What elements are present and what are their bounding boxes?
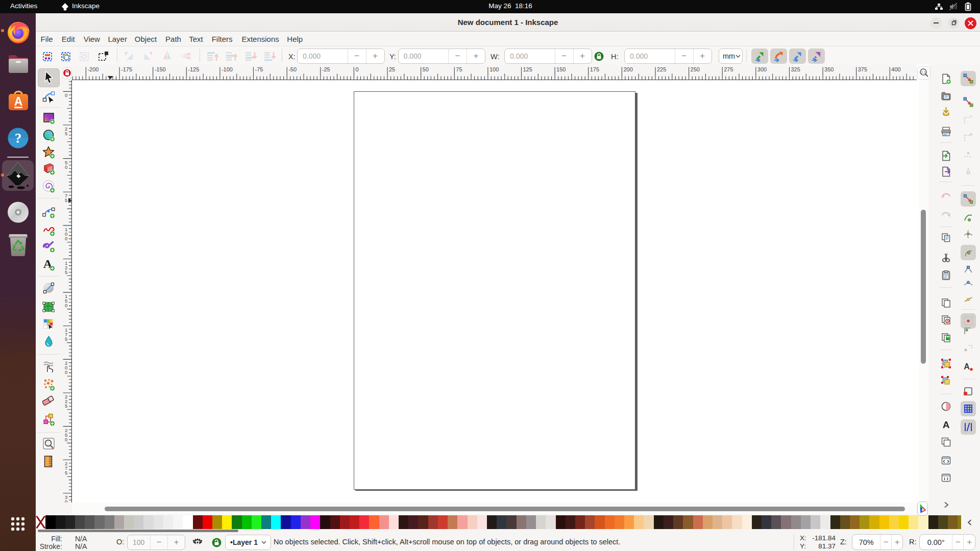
svg-text:0: 0 — [65, 499, 67, 503]
svg-text:0: 0 — [65, 369, 67, 375]
svg-text:?: ? — [15, 131, 22, 146]
svg-text:A: A — [14, 95, 23, 108]
svg-text:A: A — [942, 419, 949, 430]
svg-text:-175: -175 — [121, 66, 132, 72]
svg-text:250: 250 — [691, 66, 700, 72]
svg-text:100: 100 — [489, 66, 499, 72]
svg-text:400: 400 — [891, 66, 900, 72]
svg-text:0: 0 — [65, 437, 67, 442]
svg-text:0: 0 — [65, 164, 67, 170]
svg-text:275: 275 — [724, 66, 733, 72]
svg-text:175: 175 — [590, 66, 599, 72]
svg-text:-150: -150 — [155, 66, 166, 72]
svg-text:5: 5 — [65, 131, 67, 136]
svg-text:25: 25 — [389, 66, 395, 72]
svg-text:0: 0 — [355, 66, 358, 72]
svg-text:0: 0 — [65, 303, 67, 308]
svg-text:5: 5 — [65, 403, 67, 409]
svg-text:5: 5 — [65, 470, 67, 475]
svg-text:1:1: 1:1 — [921, 70, 926, 74]
svg-text:-125: -125 — [188, 66, 199, 72]
svg-text:350: 350 — [824, 66, 834, 72]
svg-text:300: 300 — [757, 66, 767, 72]
svg-text:-200: -200 — [87, 66, 99, 72]
svg-text:225: 225 — [657, 66, 666, 72]
svg-text:150: 150 — [556, 66, 566, 72]
svg-text:50: 50 — [423, 66, 429, 72]
svg-text:-100: -100 — [222, 66, 233, 72]
svg-text:125: 125 — [523, 66, 532, 72]
svg-text:200: 200 — [623, 66, 632, 72]
svg-text:-50: -50 — [288, 66, 297, 72]
svg-text:5: 5 — [65, 269, 67, 275]
svg-text:-75: -75 — [255, 66, 263, 72]
svg-text:5: 5 — [65, 197, 67, 203]
svg-text:75: 75 — [456, 66, 462, 72]
svg-text:0: 0 — [65, 236, 67, 241]
svg-text:5: 5 — [65, 336, 67, 342]
svg-text:325: 325 — [791, 66, 800, 72]
svg-text:A: A — [964, 362, 970, 371]
svg-text:-25: -25 — [322, 66, 330, 72]
svg-text:0: 0 — [65, 92, 67, 98]
svg-text:375: 375 — [858, 66, 867, 72]
